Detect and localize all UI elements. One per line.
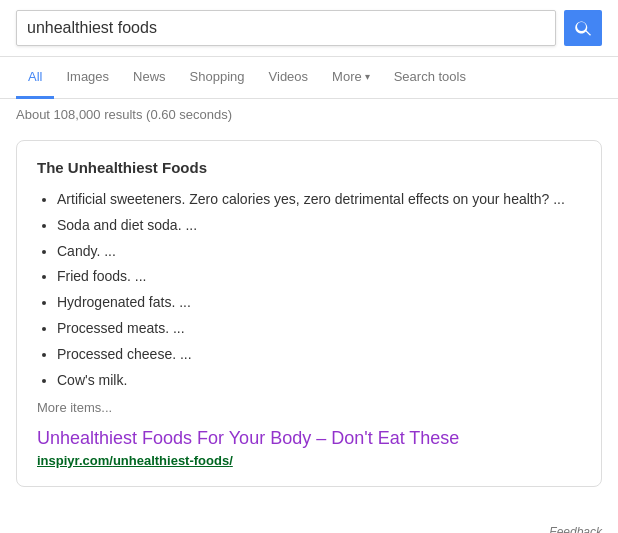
search-input-wrapper xyxy=(16,10,556,46)
feedback-label[interactable]: Feedback xyxy=(549,525,602,533)
tab-shopping[interactable]: Shopping xyxy=(178,57,257,99)
search-button[interactable] xyxy=(564,10,602,46)
list-item: Cow's milk. xyxy=(57,369,581,393)
tab-images[interactable]: Images xyxy=(54,57,121,99)
feedback-row: Feedback xyxy=(0,517,618,533)
featured-title: The Unhealthiest Foods xyxy=(37,159,581,176)
tab-search-tools[interactable]: Search tools xyxy=(382,57,478,99)
featured-list: Artificial sweeteners. Zero calories yes… xyxy=(37,188,581,392)
more-dropdown-arrow: ▾ xyxy=(365,71,370,82)
list-item: Artificial sweeteners. Zero calories yes… xyxy=(57,188,581,212)
tab-videos[interactable]: Videos xyxy=(257,57,321,99)
search-header xyxy=(0,0,618,57)
tab-more[interactable]: More ▾ xyxy=(320,57,382,99)
result-title-link[interactable]: Unhealthiest Foods For Your Body – Don't… xyxy=(37,427,581,450)
list-item: Hydrogenated fats. ... xyxy=(57,291,581,315)
tab-all[interactable]: All xyxy=(16,57,54,99)
result-url: inspiyr.com/unhealthiest-foods/ xyxy=(37,453,581,468)
list-item: Soda and diet soda. ... xyxy=(57,214,581,238)
list-item: Processed cheese. ... xyxy=(57,343,581,367)
list-item: Processed meats. ... xyxy=(57,317,581,341)
list-item: Fried foods. ... xyxy=(57,265,581,289)
search-input[interactable] xyxy=(27,19,545,37)
list-item: Candy. ... xyxy=(57,240,581,264)
tab-news[interactable]: News xyxy=(121,57,178,99)
nav-tabs: All Images News Shopping Videos More ▾ S… xyxy=(0,57,618,99)
main-content: The Unhealthiest Foods Artificial sweete… xyxy=(0,130,618,513)
featured-card: The Unhealthiest Foods Artificial sweete… xyxy=(16,140,602,487)
more-items-link[interactable]: More items... xyxy=(37,400,581,415)
results-info: About 108,000 results (0.60 seconds) xyxy=(0,99,618,130)
search-icon xyxy=(574,19,592,37)
